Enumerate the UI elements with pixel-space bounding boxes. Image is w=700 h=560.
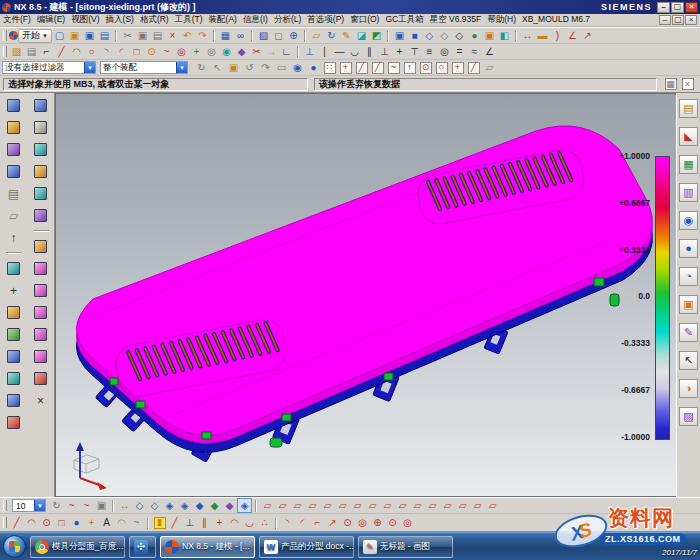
circle-center-4[interactable]: ⊙ [385, 515, 400, 530]
equal-length-constraint[interactable]: = [452, 44, 467, 59]
arc-curve[interactable]: ◠ [24, 515, 39, 530]
measure-distance[interactable]: ↔ [520, 28, 535, 43]
symmetric-constraint[interactable]: ≈ [467, 44, 482, 59]
datum-axis[interactable]: ↑ [4, 229, 23, 246]
rectangle[interactable]: □ [129, 44, 144, 59]
shell[interactable] [4, 392, 23, 409]
cut[interactable]: ✂ [120, 28, 135, 43]
mdi-restore-button[interactable]: ▢ [672, 15, 684, 25]
shaded[interactable]: ■ [407, 28, 422, 43]
rotate-x[interactable]: ~ [64, 498, 79, 513]
arc-ccw[interactable]: ◜ [295, 515, 310, 530]
menu-item[interactable]: 文件(F) [3, 14, 31, 26]
assembly-navigator[interactable]: ▤ [679, 99, 698, 118]
selection-refresh[interactable]: ↻ [194, 60, 209, 75]
static-wireframe[interactable]: ◇ [452, 28, 467, 43]
add-selection[interactable]: ▣ [226, 60, 241, 75]
window-layout[interactable]: ▦ [218, 28, 233, 43]
tool-icon[interactable] [515, 30, 517, 42]
assembly-context[interactable] [31, 97, 50, 114]
sketch-highlight[interactable]: ▮ [152, 515, 167, 530]
zoom-window[interactable]: ◻ [271, 28, 286, 43]
paste-face[interactable]: ▱ [365, 498, 380, 513]
snap-pole[interactable]: ↑ [402, 60, 417, 75]
graphics-viewport[interactable]: +1.0000+0.6667+0.33330.0-0.3333-0.6667-1… [55, 93, 676, 497]
circle[interactable]: ○ [84, 44, 99, 59]
orient-top[interactable]: ◆ [192, 498, 207, 513]
trim-recipe[interactable]: ◜ [114, 44, 129, 59]
arc-length[interactable]: ) [550, 28, 565, 43]
group-face[interactable]: ▱ [470, 498, 485, 513]
titlebar-maximize-button[interactable]: ▢ [671, 2, 684, 13]
resize-face[interactable]: ▱ [305, 498, 320, 513]
face-analysis[interactable]: ● [467, 28, 482, 43]
view-tool-icon[interactable] [112, 500, 114, 512]
snap-control-point[interactable]: ~ [386, 60, 401, 75]
tool-icon[interactable] [297, 46, 299, 58]
swept[interactable] [4, 260, 23, 277]
menu-item[interactable]: 帮助(H) [487, 14, 516, 26]
midpoint-constraint[interactable]: ⊤ [407, 44, 422, 59]
highlight-toggle[interactable]: ◉ [290, 60, 305, 75]
section-cloud[interactable]: ◠ [114, 515, 129, 530]
layer-settings[interactable]: ▤ [4, 185, 23, 202]
save-as[interactable]: ▤ [97, 28, 112, 43]
studio-surface[interactable]: ◩ [369, 28, 384, 43]
quick-extend[interactable]: → [264, 44, 279, 59]
toolbar-grip[interactable] [3, 500, 7, 511]
start-menu-button[interactable]: 开始▼ [18, 29, 52, 43]
mold-cavity[interactable] [31, 260, 50, 277]
region-analysis[interactable] [31, 348, 50, 365]
spline-down[interactable]: ◡ [242, 515, 257, 530]
constraint-navigator[interactable]: ◣ [679, 127, 698, 146]
offset-surface[interactable] [31, 185, 50, 202]
extrude[interactable] [4, 119, 23, 136]
shaded-with-edges[interactable]: ▣ [392, 28, 407, 43]
start-orb[interactable] [3, 535, 26, 558]
quick-trim[interactable]: ✂ [249, 44, 264, 59]
collinear-constraint[interactable]: ≡ [422, 44, 437, 59]
menu-item[interactable]: 窗口(O) [350, 14, 379, 26]
task-sketch[interactable]: ▨ [9, 44, 24, 59]
task-pinned-app[interactable] [129, 536, 156, 558]
task-chrome[interactable]: 模具分型面_百度... [30, 536, 125, 558]
snap-view[interactable]: ◈ [237, 498, 252, 513]
fit-view-icon[interactable]: × [680, 77, 695, 92]
orient-iso[interactable]: ◆ [207, 498, 222, 513]
constant-angle-constraint[interactable]: ∠ [482, 44, 497, 59]
menu-item[interactable]: 装配(A) [209, 14, 237, 26]
work-layer-dropdown[interactable]: 10▼ [12, 499, 46, 512]
fillet[interactable]: ◝ [99, 44, 114, 59]
pan-view[interactable]: ↔ [117, 498, 132, 513]
menu-item[interactable]: 编辑(E) [37, 14, 65, 26]
pattern-curve[interactable]: ◉ [219, 44, 234, 59]
parallel-constraint[interactable]: ∥ [362, 44, 377, 59]
curve-tool-icon[interactable] [147, 517, 149, 529]
snap-arc-center[interactable]: ○ [434, 60, 449, 75]
translucency[interactable]: ◧ [497, 28, 512, 43]
point[interactable]: ⊙ [144, 44, 159, 59]
plus-point[interactable]: + [189, 44, 204, 59]
concentric-constraint[interactable]: ◎ [437, 44, 452, 59]
shaded-select[interactable]: ● [306, 60, 321, 75]
edit-cross-section[interactable]: ▱ [485, 498, 500, 513]
system-scenes[interactable]: ▨ [679, 407, 698, 426]
profile[interactable]: ⌐ [39, 44, 54, 59]
patch-surface[interactable] [31, 163, 50, 180]
replace-face[interactable]: ▱ [320, 498, 335, 513]
studio-spline[interactable]: ~ [159, 44, 174, 59]
menu-item[interactable]: 星空 V6.935F [430, 14, 482, 26]
delete[interactable]: × [165, 28, 180, 43]
vertical-constraint[interactable]: | [317, 44, 332, 59]
block[interactable] [4, 163, 23, 180]
move-face[interactable]: ▱ [260, 498, 275, 513]
snap-rotate-point[interactable]: + [338, 60, 353, 75]
point-set[interactable]: + [84, 515, 99, 530]
drafting[interactable]: ✎ [339, 28, 354, 43]
line-curve[interactable]: ╱ [9, 515, 24, 530]
measure-angle[interactable]: ∠ [565, 28, 580, 43]
shell-face[interactable]: ▱ [380, 498, 395, 513]
bridge-curve[interactable]: ◆ [234, 44, 249, 59]
revolve-feature[interactable] [4, 141, 23, 158]
wireframe-hidden[interactable]: ◇ [422, 28, 437, 43]
